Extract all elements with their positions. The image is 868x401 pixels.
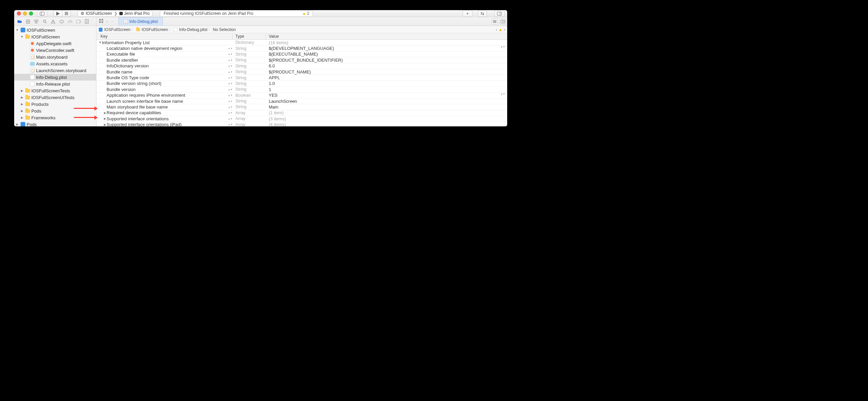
plist-row[interactable]: Application requires iPhone environment▲… xyxy=(96,93,507,98)
tab-info-debug[interactable]: Info-Debug.plist xyxy=(118,17,163,26)
col-key[interactable]: Key xyxy=(96,33,233,39)
tree-file-infodebug[interactable]: Info-Debug.plist xyxy=(14,74,96,81)
tab-label: Info-Debug.plist xyxy=(129,19,158,24)
svg-rect-25 xyxy=(99,19,101,21)
plist-file-icon xyxy=(123,20,128,24)
find-navigator-icon[interactable] xyxy=(42,19,47,24)
tree-project[interactable]: ▼IOSFullScreen xyxy=(14,27,96,33)
plist-row[interactable]: Localization native development region▲▼… xyxy=(96,45,507,51)
activity-status[interactable]: Finished running IOSFullScreen on Jenn i… xyxy=(160,10,313,17)
value-stepper-icon[interactable]: ▲▼ xyxy=(500,46,505,48)
key-stepper-icon[interactable]: ▲▼ xyxy=(228,123,231,126)
plist-row[interactable]: Bundle version string (short)▲▼String1.0 xyxy=(96,81,507,87)
debug-navigator-icon[interactable] xyxy=(67,19,73,24)
tree-project-pods[interactable]: ▶Pods xyxy=(14,121,96,126)
bc-file[interactable]: Info-Debug.plist xyxy=(179,27,207,32)
key-stepper-icon[interactable]: ▲▼ xyxy=(228,82,231,86)
issues-badge[interactable]: ▲ 2 xyxy=(302,11,310,16)
key-stepper-icon[interactable]: ▲▼ xyxy=(228,70,231,74)
svg-point-19 xyxy=(70,22,70,23)
bc-issue-icon[interactable]: ▲ xyxy=(498,27,502,32)
tree-file-mainstoryboard[interactable]: Main.storyboard xyxy=(14,54,96,60)
toggle-navigator-button[interactable] xyxy=(37,10,47,17)
warn-count: 2 xyxy=(307,11,310,16)
plist-row[interactable]: ▶Supported interface orientations (iPad)… xyxy=(96,122,507,126)
project-navigator-icon[interactable] xyxy=(17,19,22,24)
bc-project[interactable]: IOSFullScreen xyxy=(104,27,131,32)
issue-navigator-icon[interactable] xyxy=(51,19,56,24)
key-stepper-icon[interactable]: ▲▼ xyxy=(228,117,231,121)
plist-row[interactable]: Executable file▲▼String$(EXECUTABLE_NAME… xyxy=(96,52,507,57)
key-stepper-icon[interactable]: ▲▼ xyxy=(228,47,231,51)
col-value[interactable]: Value xyxy=(266,33,507,39)
tree-file-viewcontroller[interactable]: ViewController.swift xyxy=(14,47,96,54)
key-stepper-icon[interactable]: ▲▼ xyxy=(228,93,231,97)
tree-group-app[interactable]: ▼IOSFullScreen xyxy=(14,33,96,40)
svg-marker-18 xyxy=(60,20,63,23)
value-stepper-icon[interactable]: ▲▼ xyxy=(500,93,505,95)
report-navigator-icon[interactable] xyxy=(84,19,89,24)
svg-rect-0 xyxy=(40,12,45,15)
source-control-navigator-icon[interactable] xyxy=(25,19,30,24)
history-back-button[interactable]: ‹ xyxy=(105,19,109,24)
toggle-inspectors-button[interactable] xyxy=(494,10,504,17)
key-stepper-icon[interactable]: ▲▼ xyxy=(228,64,231,68)
device-icon xyxy=(119,12,123,15)
bc-next-icon[interactable]: › xyxy=(504,27,505,32)
plist-row[interactable]: Bundle OS Type code▲▼StringAPPL xyxy=(96,75,507,81)
stop-button[interactable] xyxy=(62,10,71,17)
plist-row-root[interactable]: ▼Information Property List Dictionary (1… xyxy=(96,40,507,45)
run-button[interactable] xyxy=(53,10,62,17)
key-stepper-icon[interactable]: ▲▼ xyxy=(228,105,231,109)
window-controls xyxy=(17,11,33,16)
scheme-target: IOSFullScreen xyxy=(86,11,112,16)
xcode-window: ⚙︎ IOSFullScreen ❯ Jenn iPad Pro Finishe… xyxy=(14,10,507,126)
history-forward-button[interactable]: › xyxy=(110,19,114,24)
tree-file-launchscreen[interactable]: LaunchScreen.storyboard xyxy=(14,67,96,74)
editor-options-icon[interactable] xyxy=(492,19,498,25)
annotation-arrow xyxy=(74,117,96,118)
jump-bar[interactable]: IOSFullScreen 〉 IOSFullScreen 〉 Info-Deb… xyxy=(96,26,507,33)
tree-file-assets[interactable]: Assets.xcassets xyxy=(14,60,96,67)
tree-group-uitests[interactable]: ▶IOSFullScreenUITests xyxy=(14,94,96,101)
plist-row[interactable]: Bundle identifier▲▼String$(PRODUCT_BUNDL… xyxy=(96,57,507,63)
key-stepper-icon[interactable]: ▲▼ xyxy=(228,87,231,91)
plist-row[interactable]: Main storyboard file base name▲▼StringMa… xyxy=(96,104,507,110)
zoom-window-button[interactable] xyxy=(29,11,33,16)
bc-group[interactable]: IOSFullScreen xyxy=(142,27,168,32)
related-items-icon[interactable] xyxy=(98,19,105,24)
key-stepper-icon[interactable]: ▲▼ xyxy=(228,76,231,80)
tree-group-products[interactable]: ▶Products xyxy=(14,101,96,107)
editor-tabbar: ‹ › Info-Debug.plist xyxy=(96,17,507,26)
plist-row[interactable]: Launch screen interface file base name▲▼… xyxy=(96,98,507,104)
close-window-button[interactable] xyxy=(17,11,21,16)
minimize-window-button[interactable] xyxy=(23,11,27,16)
tree-group-tests[interactable]: ▶IOSFullScreenTests xyxy=(14,87,96,94)
plist-row[interactable]: Bundle name▲▼String$(PRODUCT_NAME) xyxy=(96,69,507,75)
plist-row[interactable]: Bundle version▲▼String1 xyxy=(96,87,507,92)
col-type[interactable]: Type xyxy=(233,33,266,39)
tree-file-appdelegate[interactable]: AppDelegate.swift xyxy=(14,40,96,47)
symbol-navigator-icon[interactable] xyxy=(34,19,39,24)
bc-tail[interactable]: No Selection xyxy=(213,27,236,32)
plist-header: Key Type Value xyxy=(96,33,507,40)
tree-file-inforelease[interactable]: Info-Release.plist xyxy=(14,81,96,87)
breakpoint-navigator-icon[interactable] xyxy=(76,19,81,24)
plist-row[interactable]: InfoDictionary version▲▼String6.0 xyxy=(96,63,507,69)
bc-prev-icon[interactable]: ‹ xyxy=(496,27,497,32)
key-stepper-icon[interactable]: ▲▼ xyxy=(228,52,231,56)
svg-rect-26 xyxy=(102,19,103,21)
add-editor-icon[interactable] xyxy=(500,19,506,25)
file-tree[interactable]: ▼IOSFullScreen ▼IOSFullScreen AppDelegat… xyxy=(14,26,96,126)
code-review-button[interactable]: ⇆ xyxy=(478,10,487,17)
test-navigator-icon[interactable] xyxy=(59,19,64,24)
plist-editor: IOSFullScreen 〉 IOSFullScreen 〉 Info-Deb… xyxy=(96,26,507,126)
scheme-selector[interactable]: ⚙︎ IOSFullScreen ❯ Jenn iPad Pro xyxy=(78,10,152,17)
key-stepper-icon[interactable]: ▲▼ xyxy=(228,99,231,103)
plist-row[interactable]: ▶Required device capabilities▲▼Array(1 i… xyxy=(96,110,507,116)
key-stepper-icon[interactable]: ▲▼ xyxy=(228,58,231,62)
plist-row[interactable]: ▶Supported interface orientations▲▼Array… xyxy=(96,116,507,122)
key-stepper-icon[interactable]: ▲▼ xyxy=(228,111,231,115)
navigator-selector xyxy=(14,17,96,26)
library-add-button[interactable]: ＋ xyxy=(463,10,472,17)
